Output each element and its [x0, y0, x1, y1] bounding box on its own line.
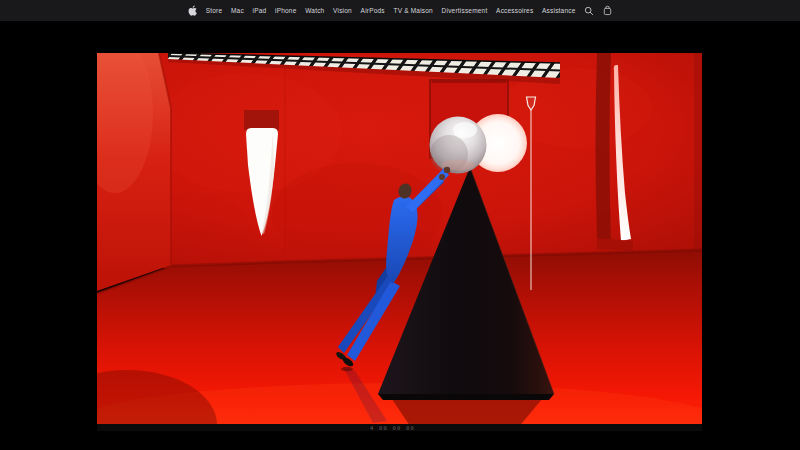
- nav-item-ipad[interactable]: iPad: [253, 7, 267, 14]
- bottom-strip: 4 00 00 00: [97, 424, 702, 431]
- nav-item-watch[interactable]: Watch: [305, 7, 324, 14]
- timecode-text: 4 00 00 00: [370, 425, 415, 431]
- search-icon[interactable]: [584, 6, 594, 16]
- global-nav-inner: Store Mac iPad iPhone Watch Vision AirPo…: [188, 5, 612, 16]
- nav-item-assistance[interactable]: Assistance: [542, 7, 575, 14]
- nav-item-iphone[interactable]: iPhone: [275, 7, 296, 14]
- nav-item-accessoires[interactable]: Accessoires: [496, 7, 533, 14]
- shopping-bag-icon[interactable]: [603, 5, 612, 16]
- silver-sphere: [430, 117, 487, 174]
- nav-item-vision[interactable]: Vision: [333, 7, 352, 14]
- hero-video-frame[interactable]: 4 00 00 00: [97, 53, 702, 431]
- nav-item-divertissement[interactable]: Divertissement: [442, 7, 488, 14]
- nav-item-store[interactable]: Store: [206, 7, 223, 14]
- global-nav: Store Mac iPad iPhone Watch Vision AirPo…: [0, 0, 800, 21]
- apple-logo-icon[interactable]: [188, 5, 197, 16]
- nav-item-airpods[interactable]: AirPods: [361, 7, 385, 14]
- left-wall-corner: [97, 53, 171, 291]
- nav-item-mac[interactable]: Mac: [231, 7, 244, 14]
- nav-item-tv-maison[interactable]: TV & Maison: [393, 7, 432, 14]
